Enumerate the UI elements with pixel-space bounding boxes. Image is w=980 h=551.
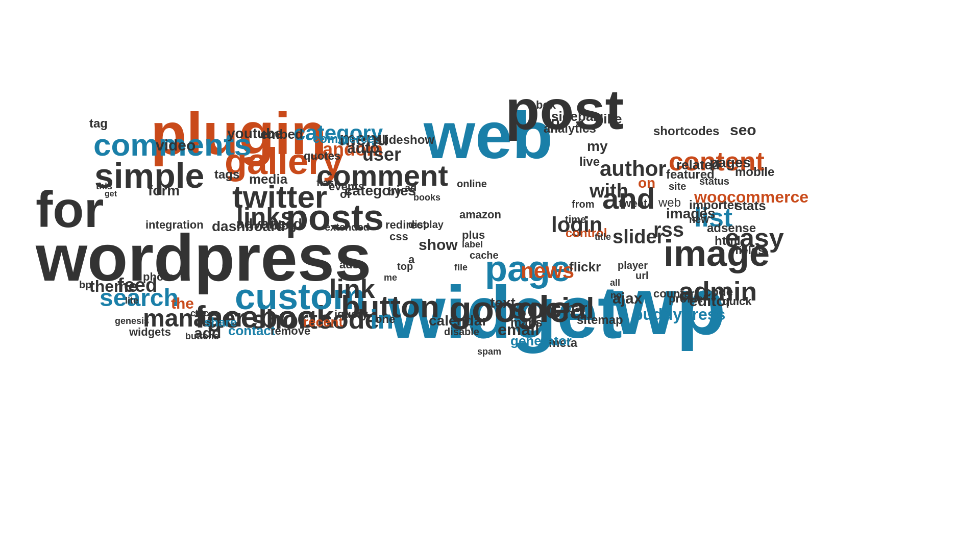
word-form-52: form	[148, 184, 180, 198]
word-lite-134: lite	[125, 296, 138, 305]
word-e-143: e	[222, 260, 227, 269]
word-extended-106: extended	[325, 222, 370, 232]
word-to-147: to	[546, 115, 559, 129]
word-slideshow-114: slideshow	[375, 134, 434, 146]
word-photo-132: photo	[143, 271, 174, 283]
word-sitemap-89: sitemap	[577, 314, 623, 326]
word-dashboard-57: dashboard	[212, 219, 285, 234]
word-get-149: get	[105, 190, 117, 198]
word-new-78: new	[689, 214, 709, 224]
word-no-129: no	[610, 291, 622, 300]
word-shortcodes-70: shortcodes	[653, 125, 719, 137]
word-me-141: me	[384, 273, 397, 282]
word-books-113: books	[413, 193, 440, 202]
word-ads-144: ads	[339, 259, 359, 270]
word-tweet-123: tweet	[619, 198, 647, 209]
word-box-146: box	[536, 99, 556, 111]
word-video-50: video	[156, 138, 195, 153]
word-my-71: my	[587, 139, 607, 154]
word-slider-34: slider	[612, 227, 664, 246]
word-buttons-139: buttons	[185, 332, 219, 341]
word-time-118: time	[565, 214, 586, 224]
word-media-54: media	[249, 172, 287, 186]
word-share-61: share	[204, 316, 237, 329]
word-flickr-98: flickr	[569, 260, 601, 273]
word-quotes-115: quotes	[304, 151, 340, 162]
word-embed-49: embed	[260, 128, 303, 141]
word-integration-58: integration	[145, 219, 204, 231]
word-from-117: from	[572, 199, 594, 209]
word-link-18: link	[329, 276, 375, 302]
word-redirect-104: redirect	[385, 219, 427, 231]
word-calendar-97: calendar	[429, 314, 487, 328]
word-on-121: on	[638, 176, 655, 190]
word-amazon-99: amazon	[459, 209, 501, 220]
word-author-26: author	[600, 158, 667, 180]
word-commerce-116: commerce	[313, 133, 374, 145]
word-css-105: css	[389, 231, 408, 242]
word-spam-94: spam	[477, 347, 501, 356]
word-site-130: site	[669, 181, 686, 191]
word-importer-87: importer	[689, 199, 739, 211]
word-news-23: news	[521, 260, 574, 282]
word-quick-85: quick	[722, 296, 751, 307]
word-title-125: title	[595, 232, 611, 241]
word-all-128: all	[610, 278, 620, 287]
word-maps-93: maps	[510, 316, 543, 329]
word-player-126: player	[618, 260, 648, 270]
word-stats-79: stats	[735, 199, 766, 212]
word-url-127: url	[635, 270, 649, 281]
word-like-69: like	[600, 112, 622, 126]
word-widgets-135: widgets	[129, 327, 171, 338]
word-live-122: live	[579, 156, 600, 168]
word-chic-138: chic	[190, 309, 209, 318]
word-tags-53: tags	[214, 168, 239, 181]
word-jquery-64: jquery	[334, 309, 368, 320]
word-file-120: file	[454, 263, 468, 272]
word-one-65: one	[375, 314, 395, 325]
word-for-6: for	[36, 184, 104, 235]
word-ad-112: ad	[405, 183, 416, 193]
word-adsense-80: adsense	[707, 222, 756, 234]
word-seo-68: seo	[730, 122, 756, 138]
word-status-131: status	[699, 176, 729, 186]
word-genesis-136: genesis	[115, 316, 149, 325]
word-by-111: by	[388, 186, 401, 197]
word-mobile-75: mobile	[735, 166, 774, 178]
word-online-145: online	[457, 179, 487, 189]
word-cache-101: cache	[470, 250, 499, 260]
word-tag-51: tag	[89, 117, 108, 130]
word-theme-42: theme	[89, 278, 137, 294]
word-a-142: a	[408, 254, 414, 265]
word-text-96: text	[490, 296, 516, 310]
word-label-119: label	[462, 240, 483, 249]
word-cloud: wordpresswidgetwpwebpostpluginforsimplec…	[0, 0, 980, 551]
word-fields-82: fields	[735, 245, 764, 256]
word-show-102: show	[419, 237, 458, 253]
word-counter-86: counter	[653, 288, 695, 299]
word-bp-133: bp	[79, 280, 91, 290]
